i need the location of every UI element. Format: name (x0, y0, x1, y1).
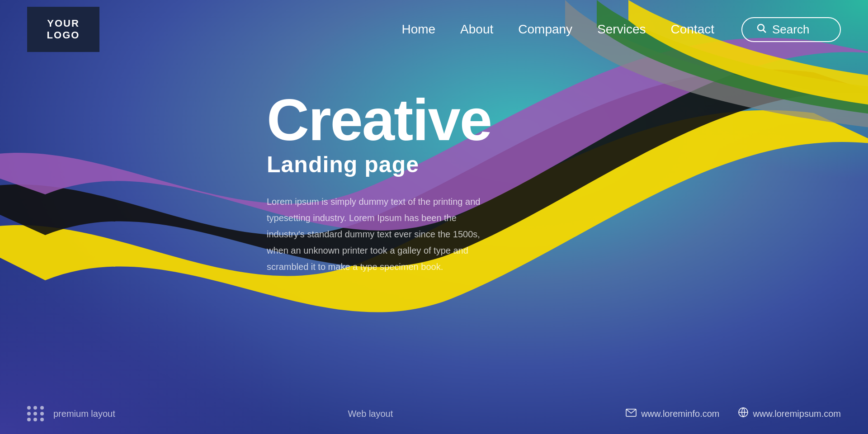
dots-grid-icon (27, 406, 44, 421)
hero-title: Creative (267, 90, 491, 149)
svg-point-0 (758, 24, 764, 31)
footer-center: Web layout (348, 409, 393, 419)
globe-icon (738, 407, 749, 420)
nav-item-services[interactable]: Services (597, 22, 646, 37)
svg-line-1 (764, 30, 766, 33)
footer-badge: premium layout (53, 409, 115, 419)
footer-email-text: www.loreminfo.com (641, 409, 719, 419)
footer-email: www.loreminfo.com (626, 408, 719, 420)
search-label: Search (772, 23, 809, 37)
hero-content: Creative Landing page Lorem ipsum is sim… (267, 90, 491, 275)
logo-box: YOURLOGO (27, 7, 99, 52)
nav-item-home[interactable]: Home (401, 22, 435, 37)
nav-link-contact[interactable]: Contact (671, 22, 715, 36)
search-box[interactable]: Search (741, 17, 841, 42)
nav-link-home[interactable]: Home (401, 22, 435, 36)
nav-right: Home About Company Services Contact (401, 17, 841, 42)
nav-item-company[interactable]: Company (518, 22, 572, 37)
hero-description: Lorem ipsum is simply dummy text of the … (267, 193, 484, 275)
nav-link-company[interactable]: Company (518, 22, 572, 36)
footer-left: premium layout (27, 406, 115, 421)
nav-item-about[interactable]: About (460, 22, 493, 37)
page-container: YOURLOGO Home About Company Services Co (0, 0, 868, 434)
footer-right: www.loreminfo.com www.loremipsum.com (626, 407, 841, 420)
nav-link-about[interactable]: About (460, 22, 493, 36)
logo-text: YOURLOGO (47, 18, 80, 42)
email-icon (626, 408, 637, 420)
hero-subtitle: Landing page (267, 151, 491, 178)
nav-link-services[interactable]: Services (597, 22, 646, 36)
footer-website: www.loremipsum.com (738, 407, 841, 420)
footer: premium layout Web layout www.loreminfo.… (0, 393, 868, 434)
footer-website-text: www.loremipsum.com (753, 409, 841, 419)
nav-item-contact[interactable]: Contact (671, 22, 715, 37)
navbar: YOURLOGO Home About Company Services Co (0, 0, 868, 59)
search-icon (756, 23, 767, 36)
nav-links: Home About Company Services Contact (401, 22, 714, 37)
